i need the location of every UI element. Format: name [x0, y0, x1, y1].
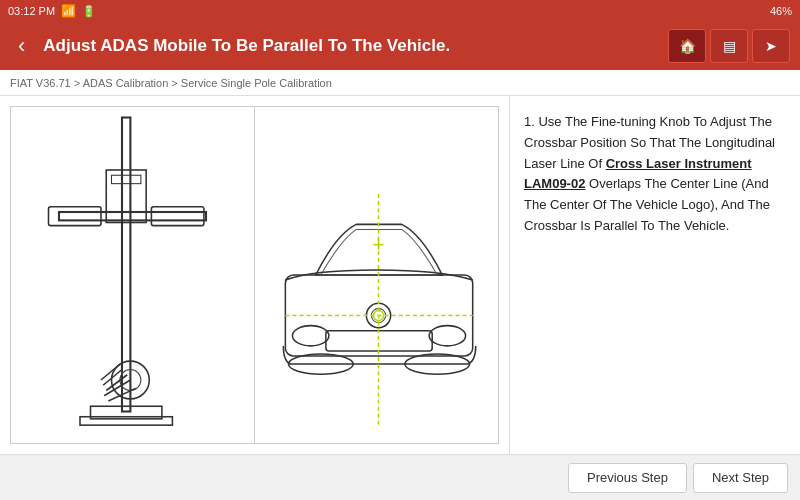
- share-icon-button[interactable]: ➤: [752, 29, 790, 63]
- status-left: 03:12 PM 📶 🔋: [8, 4, 96, 18]
- svg-line-10: [101, 364, 120, 380]
- back-button[interactable]: ‹: [10, 31, 33, 61]
- next-step-button[interactable]: Next Step: [693, 463, 788, 493]
- signal-icon: 🔋: [82, 5, 96, 18]
- svg-rect-14: [80, 417, 172, 425]
- breadcrumb: FIAT V36.71 > ADAS Calibration > Service…: [0, 70, 800, 96]
- svg-rect-18: [326, 331, 432, 351]
- svg-rect-2: [106, 170, 146, 223]
- text-area: 1. Use The Fine-tuning Knob To Adjust Th…: [510, 96, 800, 454]
- time-display: 03:12 PM: [8, 5, 55, 17]
- header-title: Adjust ADAS Mobile To Be Parallel To The…: [43, 36, 658, 56]
- battery-label: 46%: [770, 5, 792, 17]
- image-area: [0, 96, 510, 454]
- svg-point-21: [292, 326, 328, 346]
- instruction-paragraph: 1. Use The Fine-tuning Knob To Adjust Th…: [524, 112, 786, 237]
- previous-step-button[interactable]: Previous Step: [568, 463, 687, 493]
- car-illustration: [255, 107, 498, 443]
- svg-rect-5: [151, 207, 204, 226]
- wifi-icon: 📶: [61, 4, 76, 18]
- svg-rect-4: [49, 207, 102, 226]
- home-icon-button[interactable]: 🏠: [668, 29, 706, 63]
- left-image-panel: [10, 106, 254, 444]
- adas-icon-button[interactable]: ▤: [710, 29, 748, 63]
- equipment-illustration: [11, 107, 254, 443]
- footer: Previous Step Next Step: [0, 454, 800, 500]
- main-content: 1. Use The Fine-tuning Knob To Adjust Th…: [0, 96, 800, 454]
- header-icons: 🏠 ▤ ➤: [668, 29, 790, 63]
- svg-rect-0: [122, 118, 130, 412]
- status-bar: 03:12 PM 📶 🔋 46%: [0, 0, 800, 22]
- svg-rect-1: [59, 212, 206, 220]
- breadcrumb-text: FIAT V36.71 > ADAS Calibration > Service…: [10, 77, 332, 89]
- svg-point-22: [429, 326, 465, 346]
- header: ‹ Adjust ADAS Mobile To Be Parallel To T…: [0, 22, 800, 70]
- right-image-panel: [254, 106, 499, 444]
- status-right: 46%: [770, 5, 792, 17]
- svg-rect-3: [112, 175, 141, 183]
